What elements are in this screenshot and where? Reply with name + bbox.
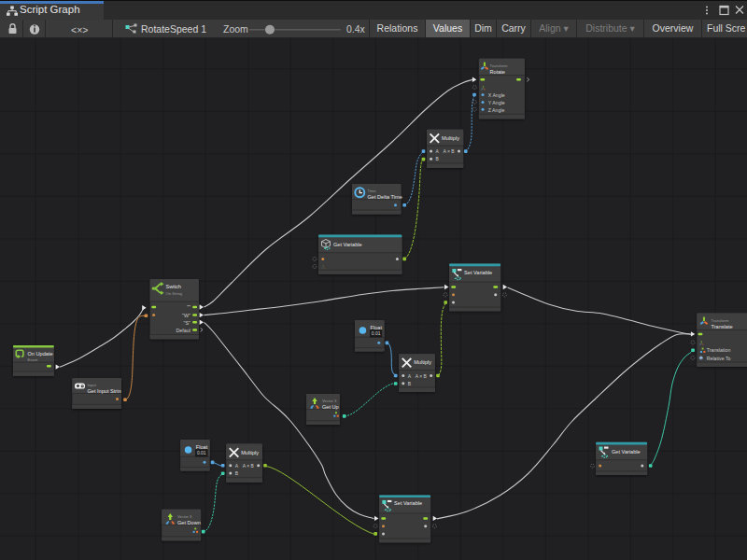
svg-text:Get Up: Get Up xyxy=(322,404,339,410)
svg-text:Rotate: Rotate xyxy=(490,69,505,75)
svg-text:X Angle: X Angle xyxy=(488,92,505,98)
svg-text:"": "" xyxy=(187,304,190,310)
svg-text:"W": "W" xyxy=(182,313,190,318)
svg-text:Relative To: Relative To xyxy=(707,356,731,361)
svg-text:Vector 3: Vector 3 xyxy=(322,399,337,403)
svg-text:Switch: Switch xyxy=(166,284,181,289)
svg-text:Time: Time xyxy=(368,189,377,193)
svg-text:Get Variable: Get Variable xyxy=(333,242,362,247)
svg-text:Float: Float xyxy=(371,325,383,330)
svg-text:Get Input Strin: Get Input Strin xyxy=(88,388,121,394)
svg-text:A × B: A × B xyxy=(243,463,255,469)
svg-text:Get Delta Time: Get Delta Time xyxy=(368,194,402,200)
svg-text:On Update: On Update xyxy=(28,351,53,357)
svg-text:"S": "S" xyxy=(184,320,191,326)
svg-text:Translate: Translate xyxy=(712,324,733,329)
svg-text:Float: Float xyxy=(196,444,208,450)
svg-text:Y Angle: Y Angle xyxy=(488,100,505,105)
svg-text:Multiply: Multiply xyxy=(241,450,259,455)
svg-text:Z Angle: Z Angle xyxy=(488,107,505,113)
svg-text:Set Variable: Set Variable xyxy=(464,270,492,275)
svg-text:A × B: A × B xyxy=(416,373,428,379)
svg-text:<×>: <×> xyxy=(71,24,88,35)
svg-text:Multiply: Multiply xyxy=(414,359,431,365)
svg-text:Translation: Translation xyxy=(707,347,731,353)
svg-text:Event: Event xyxy=(28,357,39,362)
svg-text:Vector 3: Vector 3 xyxy=(177,514,192,519)
svg-text:On String: On String xyxy=(166,291,183,296)
svg-text:Multiply: Multiply xyxy=(442,135,459,141)
svg-text:A × B: A × B xyxy=(444,148,456,154)
svg-text:Zoom: Zoom xyxy=(223,23,248,35)
svg-text:Defaul: Defaul xyxy=(176,328,190,333)
svg-text:0.01: 0.01 xyxy=(197,450,206,455)
svg-text:0.01: 0.01 xyxy=(372,330,381,336)
svg-text:0.4x: 0.4x xyxy=(346,23,366,35)
svg-text:Input: Input xyxy=(88,383,97,387)
svg-text:Get Down: Get Down xyxy=(177,520,201,525)
svg-text:Get Variable: Get Variable xyxy=(612,449,641,455)
svg-text:Transform: Transform xyxy=(712,318,729,323)
svg-text:RotateSpeed 1: RotateSpeed 1 xyxy=(141,23,206,35)
svg-text:Transform: Transform xyxy=(490,63,508,68)
svg-text:Set Variable: Set Variable xyxy=(394,500,422,506)
